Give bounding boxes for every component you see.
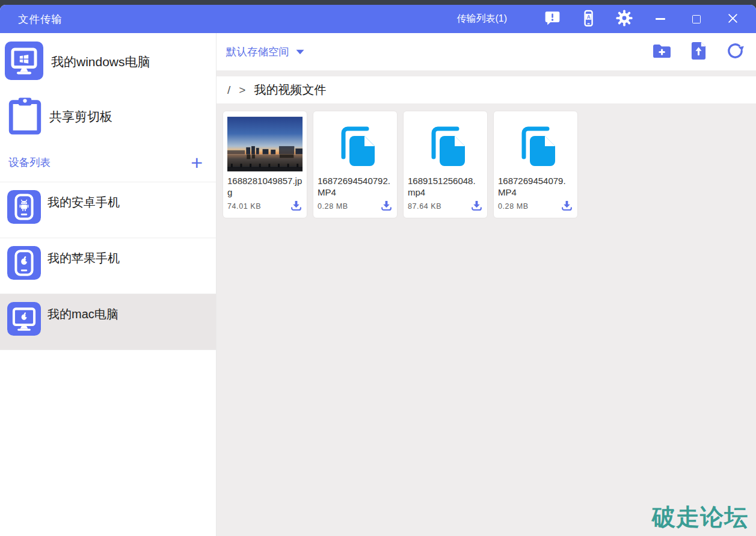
clipboard-icon	[8, 96, 41, 137]
file-size: 0.28 MB	[318, 202, 348, 211]
sidebar-item-my-computer[interactable]: 我的windows电脑	[0, 33, 216, 91]
maximize-button[interactable]	[687, 10, 705, 28]
file-name: 1687269454079.MP4	[498, 175, 573, 198]
download-icon	[290, 199, 303, 214]
device-list: 我的安卓手机 我的苹果手机	[0, 182, 216, 350]
upload-file-button[interactable]	[688, 42, 708, 62]
sidebar: 我的windows电脑 共享剪切板 设备列表 +	[0, 33, 217, 536]
new-folder-button[interactable]	[651, 42, 672, 62]
transfer-list-button[interactable]: 传输列表(1)	[456, 13, 507, 25]
feedback-button[interactable]	[543, 10, 561, 28]
file-card[interactable]: 16872694540792.MP4 0.28 MB	[313, 111, 398, 218]
settings-button[interactable]	[615, 10, 633, 28]
download-icon	[561, 199, 573, 214]
download-button[interactable]	[289, 200, 303, 213]
sidebar-item-label: 我的windows电脑	[51, 54, 150, 70]
app-window: 文件传输 传输列表(1) A	[0, 5, 756, 536]
windows-computer-icon	[5, 42, 43, 82]
device-row-apple-phone[interactable]: 我的苹果手机	[0, 238, 216, 294]
device-row-mac-computer[interactable]: 我的mac电脑	[0, 294, 216, 350]
breadcrumb-separator: >	[239, 84, 245, 97]
storage-space-label: 默认存储空间	[226, 45, 289, 59]
file-size: 74.01 KB	[227, 202, 261, 211]
file-card[interactable]: 1687269454079.MP4 0.28 MB	[493, 111, 578, 218]
download-button[interactable]	[560, 200, 573, 213]
file-size: 0.28 MB	[498, 202, 529, 211]
sidebar-item-shared-clipboard[interactable]: 共享剪切板	[0, 91, 216, 143]
download-button[interactable]	[380, 200, 393, 213]
apple-phone-icon	[7, 246, 41, 282]
upload-file-icon	[690, 41, 707, 63]
main-panel: 默认存储空间	[217, 33, 756, 536]
device-list-title: 设备列表	[8, 155, 51, 170]
download-icon	[380, 199, 393, 214]
mac-computer-icon	[7, 302, 41, 338]
minimize-button[interactable]	[651, 10, 669, 28]
titlebar-right: 传输列表(1) A	[456, 10, 742, 28]
sidebar-item-label: 共享剪切板	[49, 108, 112, 125]
forum-watermark: 破走论坛	[652, 501, 748, 534]
content-row: 我的windows电脑 共享剪切板 设备列表 +	[0, 33, 756, 536]
add-device-button[interactable]: +	[188, 154, 205, 171]
maximize-icon	[692, 15, 701, 23]
main-toolbar: 默认存储空间	[217, 33, 756, 70]
video-file-icon	[318, 114, 393, 174]
file-card[interactable]: 1688281049857.jpg 74.01 KB	[223, 111, 307, 218]
titlebar: 文件传输 传输列表(1) A	[0, 5, 756, 33]
android-phone-icon	[7, 190, 41, 226]
breadcrumb-current-folder: 我的视频文件	[254, 82, 326, 98]
image-thumbnail	[227, 114, 303, 174]
device-row-label: 我的mac电脑	[48, 306, 118, 322]
download-icon	[470, 199, 483, 214]
device-row-label: 我的苹果手机	[48, 250, 120, 266]
breadcrumb-root[interactable]: /	[227, 84, 230, 97]
refresh-icon	[726, 42, 745, 62]
app-title: 文件传输	[18, 12, 63, 26]
new-folder-icon	[652, 43, 672, 61]
video-file-icon	[408, 114, 483, 174]
chevron-down-icon	[296, 48, 304, 57]
refresh-button[interactable]	[725, 42, 745, 62]
storage-space-dropdown[interactable]: 默认存储空间	[226, 45, 304, 59]
file-card[interactable]: 1689151256048.mp4 87.64 KB	[403, 111, 488, 218]
device-row-android-phone[interactable]: 我的安卓手机	[0, 182, 216, 238]
device-row-label: 我的安卓手机	[48, 194, 120, 211]
file-name: 1688281049857.jpg	[227, 175, 303, 198]
file-grid: 1688281049857.jpg 74.01 KB	[217, 103, 756, 226]
file-name: 16872694540792.MP4	[318, 175, 393, 198]
close-button[interactable]	[724, 10, 742, 28]
settings-gear-icon	[615, 9, 633, 29]
minimize-icon	[656, 18, 665, 19]
device-list-header: 设备列表 +	[0, 143, 216, 182]
file-name: 1689151256048.mp4	[408, 175, 483, 198]
download-button[interactable]	[470, 200, 483, 213]
video-file-icon	[498, 114, 573, 174]
svg-text:A: A	[586, 14, 590, 19]
feedback-bubble-icon	[544, 10, 561, 29]
toolbar-actions	[651, 42, 746, 62]
close-icon	[728, 13, 738, 25]
file-size: 87.64 KB	[408, 202, 441, 211]
phone-mirror-button[interactable]: A	[579, 10, 597, 28]
breadcrumb: / > 我的视频文件	[217, 76, 756, 103]
phone-mirror-icon: A	[580, 10, 597, 29]
